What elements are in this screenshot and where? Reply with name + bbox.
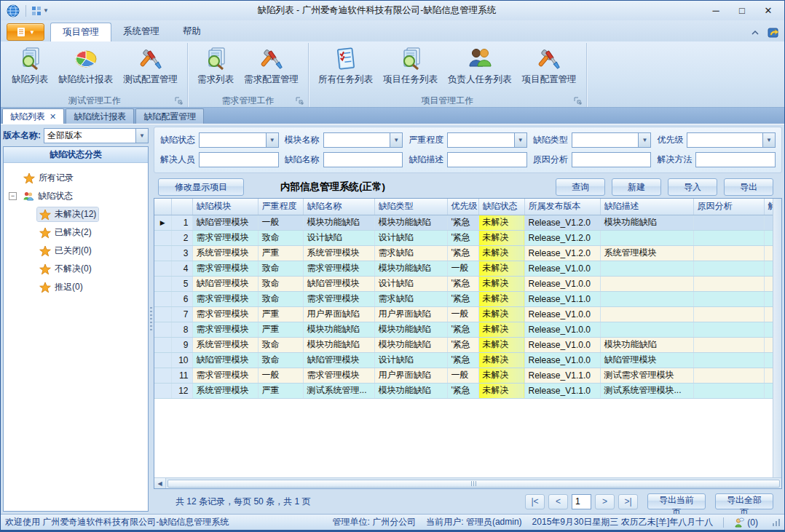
chevron-down-icon[interactable]: ▼: [514, 133, 526, 147]
tree-item[interactable]: 所有记录: [4, 169, 148, 187]
ribbon-button[interactable]: 项目配置管理: [517, 44, 582, 87]
last-page-button[interactable]: >|: [618, 494, 638, 509]
grid-cell[interactable]: 用户界面缺陷: [303, 306, 374, 322]
row-selector-cell[interactable]: [154, 245, 171, 261]
filter-dropdown[interactable]: ▼: [572, 132, 652, 148]
tree-item[interactable]: 不解决(0): [4, 260, 148, 278]
grid-cell[interactable]: 模块功能缺陷: [374, 383, 447, 398]
ribbon-button[interactable]: 测试配置管理: [118, 44, 183, 87]
grid-cell[interactable]: 未解决: [478, 261, 524, 276]
filter-dropdown[interactable]: ▼: [687, 132, 776, 148]
table-row[interactable]: 5缺陷管理模块致命缺陷管理模块设计缺陷'紧急未解决Release_V1.0.0: [154, 276, 773, 291]
filter-value-input[interactable]: [324, 133, 390, 147]
grid-cell[interactable]: 一般: [258, 215, 303, 230]
grid-cell[interactable]: 模块功能缺陷: [600, 337, 693, 352]
new-button[interactable]: 新建: [612, 178, 661, 196]
table-row[interactable]: 3系统管理模块严重系统管理模块需求缺陷'紧急未解决Release_V1.2.0系…: [154, 245, 773, 261]
ribbon-button[interactable]: 负责人任务列表: [443, 44, 517, 87]
application-menu-button[interactable]: ▼: [7, 23, 44, 41]
ribbon-tab-3[interactable]: 帮助: [171, 23, 213, 41]
grid-cell[interactable]: [764, 306, 773, 322]
grid-cell[interactable]: 一般: [447, 261, 478, 276]
grid-cell[interactable]: 需求管理模块: [303, 368, 374, 383]
grid-cell[interactable]: [764, 245, 773, 261]
grid-cell[interactable]: [600, 306, 693, 322]
column-header[interactable]: 优先级: [447, 199, 478, 215]
grid-cell[interactable]: 未解决: [478, 322, 524, 337]
tree-item[interactable]: 已关闭(0): [4, 242, 148, 260]
table-row[interactable]: ▶1缺陷管理模块一般模块功能缺陷模块功能缺陷'紧急未解决Release_V1.2…: [154, 215, 773, 230]
dialog-launcher-icon[interactable]: [574, 97, 582, 105]
grid-cell[interactable]: Release_V1.1.0: [524, 291, 600, 306]
first-page-button[interactable]: |<: [525, 494, 545, 509]
grid-cell[interactable]: [600, 261, 693, 276]
column-header[interactable]: 缺陷状态: [478, 199, 524, 215]
column-header[interactable]: 严重程度: [258, 199, 303, 215]
grid-cell[interactable]: Release_V1.1.0: [524, 383, 600, 398]
grid-cell[interactable]: 缺陷管理模块: [600, 352, 693, 368]
ribbon-button[interactable]: 缺陷统计报表: [53, 44, 118, 87]
grid-cell[interactable]: 用户界面缺陷: [374, 306, 447, 322]
column-header[interactable]: [171, 199, 192, 215]
grid-cell[interactable]: 系统管理模块: [303, 245, 374, 261]
row-selector-cell[interactable]: [154, 368, 171, 383]
scroll-left-icon[interactable]: ◀: [154, 478, 166, 488]
table-row[interactable]: 10缺陷管理模块致命缺陷管理模块设计缺陷'紧急未解决Release_V1.0.0…: [154, 352, 773, 368]
filter-value-input[interactable]: [687, 133, 762, 147]
grid-cell[interactable]: [764, 261, 773, 276]
grid-cell[interactable]: 系统管理模块: [192, 245, 258, 261]
collapse-ribbon-icon[interactable]: [749, 27, 762, 39]
grid-cell[interactable]: 致命: [258, 291, 303, 306]
import-button[interactable]: 导入: [668, 178, 717, 196]
grid-cell[interactable]: 设计缺陷: [374, 352, 447, 368]
grid-cell[interactable]: [600, 291, 693, 306]
grid-cell[interactable]: [693, 276, 764, 291]
grid-cell[interactable]: 未解决: [478, 337, 524, 352]
hscroll-thumb[interactable]: [167, 480, 780, 488]
filter-text-field[interactable]: [447, 152, 527, 167]
table-row[interactable]: 2需求管理模块致命设计缺陷设计缺陷'紧急未解决Release_V1.2.0: [154, 230, 773, 245]
column-header[interactable]: 所属发布版本: [524, 199, 600, 215]
filter-text-field[interactable]: [323, 152, 403, 167]
grid-cell[interactable]: 系统管理模块: [192, 337, 258, 352]
grid-cell[interactable]: Release_V1.0.0: [524, 337, 600, 352]
grid-cell[interactable]: 缺陷管理模块: [192, 215, 258, 230]
filter-value-input[interactable]: [696, 153, 775, 167]
chevron-down-icon[interactable]: ▼: [638, 133, 650, 147]
grid-cell[interactable]: 设计缺陷: [374, 276, 447, 291]
grid-cell[interactable]: [764, 383, 773, 398]
filter-value-input[interactable]: [448, 153, 526, 167]
close-icon[interactable]: ✕: [50, 112, 56, 122]
doc-tab-3[interactable]: 缺陷配置管理: [135, 108, 204, 124]
grid-cell[interactable]: 模块功能缺陷: [374, 215, 447, 230]
row-selector-cell[interactable]: [154, 291, 171, 306]
next-page-button[interactable]: >: [595, 494, 615, 509]
grid-cell[interactable]: Release_V1.1.0: [524, 368, 600, 383]
grid-cell[interactable]: Release_V1.2.0: [524, 230, 600, 245]
grid-cell[interactable]: Release_V1.2.0: [524, 245, 600, 261]
grid-cell[interactable]: [764, 215, 773, 230]
grid-cell[interactable]: [764, 291, 773, 306]
grid-cell[interactable]: [693, 368, 764, 383]
grid-cell[interactable]: [693, 383, 764, 398]
grid-cell[interactable]: 严重: [258, 322, 303, 337]
tree-item[interactable]: −缺陷状态: [4, 187, 148, 205]
filter-value-input[interactable]: [200, 153, 278, 167]
maximize-button[interactable]: □: [729, 3, 755, 19]
minimize-button[interactable]: ─: [703, 3, 729, 19]
doc-tab-1[interactable]: 缺陷列表✕: [2, 108, 64, 124]
grid-cell[interactable]: 致命: [258, 276, 303, 291]
column-header[interactable]: 缺陷名称: [303, 199, 374, 215]
grid-cell[interactable]: '紧急: [447, 230, 478, 245]
grid-cell[interactable]: [693, 352, 764, 368]
ribbon-button[interactable]: 项目任务列表: [378, 44, 443, 87]
quick-access-toolbar-button[interactable]: ▼: [29, 5, 51, 17]
filter-value-input[interactable]: [448, 133, 514, 147]
grid-cell[interactable]: [693, 322, 764, 337]
resize-grip-icon[interactable]: [773, 519, 780, 526]
grid-cell[interactable]: 未解决: [478, 306, 524, 322]
sidebar-splitter[interactable]: [149, 124, 154, 514]
column-header[interactable]: 缺陷模块: [192, 199, 258, 215]
row-selector-cell[interactable]: ▶: [154, 215, 171, 230]
row-selector-cell[interactable]: [154, 322, 171, 337]
